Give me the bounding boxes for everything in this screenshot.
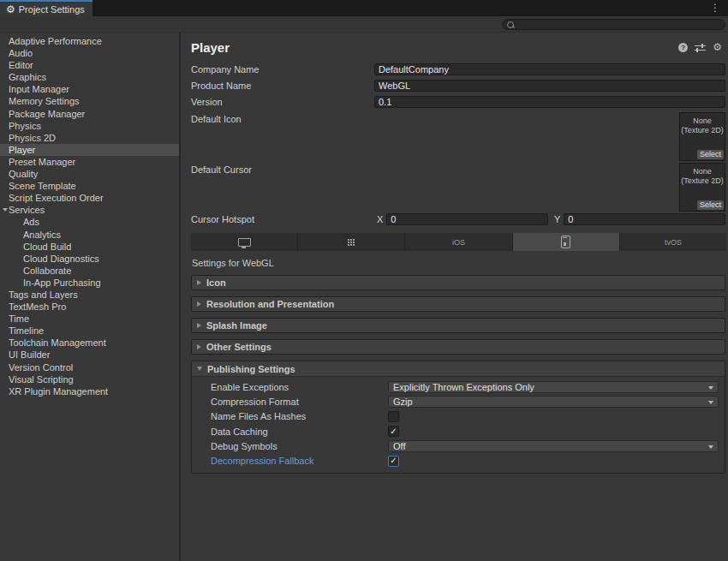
sidebar-item-player[interactable]: Player — [0, 144, 179, 156]
data-caching-checkbox[interactable]: ✓ — [388, 426, 399, 437]
sidebar-item-editor[interactable]: Editor — [0, 59, 179, 71]
window-tab-bar: ⚙ Project Settings ⋮ — [0, 0, 728, 16]
sidebar-item-label: Physics 2D — [9, 133, 56, 143]
platform-tab-ios[interactable]: iOS — [405, 233, 511, 251]
settings-category-list: Adaptive PerformanceAudioEditorGraphicsI… — [0, 33, 181, 561]
sidebar-item-services[interactable]: Services — [0, 204, 179, 216]
name-files-as-hashes-checkbox[interactable] — [388, 411, 399, 422]
preset-icon[interactable] — [695, 43, 706, 52]
sidebar-item-tags-and-layers[interactable]: Tags and Layers — [0, 289, 179, 301]
section-splash-image[interactable]: Splash Image — [191, 318, 725, 333]
field-row-version: Version — [191, 96, 725, 108]
platform-tab-label: tvOS — [665, 238, 682, 247]
tab-project-settings[interactable]: ⚙ Project Settings — [0, 0, 92, 16]
sidebar-item-label: Version Control — [9, 362, 73, 373]
setting-row-decompression-fallback: Decompression Fallback✓ — [192, 453, 719, 468]
enable-exceptions-dropdown[interactable]: Explicitly Thrown Exceptions Only — [388, 381, 719, 393]
setting-row-data-caching: Data Caching✓ — [192, 424, 719, 439]
checkmark-icon: ✓ — [390, 457, 397, 465]
debug-symbols-dropdown[interactable]: Off — [388, 440, 719, 452]
setting-row-debug-symbols: Debug SymbolsOff — [192, 439, 719, 453]
decompression-fallback-checkbox[interactable]: ✓ — [388, 456, 399, 467]
platform-tab-tvos[interactable]: tvOS — [620, 233, 726, 251]
sidebar-item-ui-builder[interactable]: UI Builder — [0, 349, 179, 361]
chevron-right-icon — [197, 280, 201, 285]
chevron-down-icon — [708, 445, 713, 449]
sidebar-item-cloud-diagnostics[interactable]: Cloud Diagnostics — [0, 253, 179, 265]
sidebar-item-label: Ads — [23, 217, 39, 227]
texture-value: None — [680, 167, 725, 176]
setting-label: Enable Exceptions — [192, 382, 388, 392]
field-label: Product Name — [191, 81, 374, 91]
toolbar — [0, 16, 728, 33]
section-publishing-settings[interactable]: Publishing Settings — [192, 361, 725, 377]
sidebar-item-visual-scripting[interactable]: Visual Scripting — [0, 373, 179, 385]
sidebar-item-label: Cloud Build — [23, 242, 71, 252]
gear-icon[interactable]: ⚙ — [713, 42, 722, 52]
product-name-field[interactable] — [374, 80, 725, 92]
platform-tab-uwp[interactable] — [298, 233, 404, 251]
sidebar-item-time[interactable]: Time — [0, 313, 179, 325]
sidebar-item-version-control[interactable]: Version Control — [0, 361, 179, 373]
sidebar-item-scene-template[interactable]: Scene Template — [0, 180, 179, 192]
kebab-menu-icon[interactable]: ⋮ — [710, 2, 720, 14]
sidebar-item-preset-manager[interactable]: Preset Manager — [0, 156, 179, 168]
sidebar-item-label: Tags and Layers — [9, 289, 78, 300]
section-label: Icon — [206, 278, 226, 288]
sidebar-item-xr-plugin-management[interactable]: XR Plugin Management — [0, 385, 179, 397]
sidebar-item-cloud-build[interactable]: Cloud Build — [0, 241, 179, 253]
sidebar-item-quality[interactable]: Quality — [0, 168, 179, 180]
publishing-settings-body: Enable ExceptionsExplicitly Thrown Excep… — [192, 377, 725, 473]
gear-icon: ⚙ — [6, 4, 15, 15]
settings-sections: IconResolution and PresentationSplash Im… — [191, 275, 725, 474]
sidebar-item-script-execution-order[interactable]: Script Execution Order — [0, 192, 179, 204]
default-cursor-picker[interactable]: None (Texture 2D) Select — [679, 163, 725, 212]
sidebar-item-audio[interactable]: Audio — [0, 47, 179, 59]
sidebar-item-graphics[interactable]: Graphics — [0, 71, 179, 83]
select-button[interactable]: Select — [697, 200, 724, 210]
field-label: Version — [191, 97, 374, 107]
help-icon[interactable]: ? — [678, 43, 688, 52]
search-input[interactable] — [502, 19, 725, 30]
hotspot-x-field[interactable] — [386, 213, 548, 225]
cursor-hotspot-row: Cursor Hotspot X Y — [191, 213, 725, 225]
sidebar-item-physics[interactable]: Physics — [0, 120, 179, 132]
section-label: Other Settings — [206, 342, 272, 352]
sidebar-item-textmesh-pro[interactable]: TextMesh Pro — [0, 301, 179, 313]
sidebar-item-timeline[interactable]: Timeline — [0, 325, 179, 337]
setting-label: Decompression Fallback — [192, 456, 388, 466]
sidebar-item-label: Adaptive Performance — [9, 36, 102, 46]
sidebar-item-toolchain-management[interactable]: Toolchain Management — [0, 337, 179, 349]
version-field[interactable] — [374, 96, 725, 108]
y-axis-label: Y — [554, 214, 560, 224]
compression-format-dropdown[interactable]: Gzip — [388, 396, 719, 408]
sidebar-item-analytics[interactable]: Analytics — [0, 229, 179, 241]
chevron-right-icon — [197, 323, 201, 328]
sidebar-item-adaptive-performance[interactable]: Adaptive Performance — [0, 35, 179, 47]
section-other-settings[interactable]: Other Settings — [191, 339, 725, 355]
sidebar-item-label: Collaborate — [23, 266, 71, 276]
platform-tab-webgl[interactable] — [513, 233, 619, 251]
hotspot-y-field[interactable] — [564, 213, 725, 225]
select-button[interactable]: Select — [697, 150, 724, 159]
sidebar-item-collaborate[interactable]: Collaborate — [0, 265, 179, 277]
chevron-down-icon — [708, 401, 713, 404]
section-icon[interactable]: Icon — [191, 275, 725, 290]
dropdown-value: Explicitly Thrown Exceptions Only — [393, 382, 534, 392]
platform-tab-standalone[interactable] — [191, 233, 297, 251]
chevron-right-icon — [197, 344, 201, 349]
company-name-field[interactable] — [374, 63, 725, 75]
sidebar-item-label: In-App Purchasing — [23, 278, 101, 288]
section-resolution-and-presentation[interactable]: Resolution and Presentation — [191, 296, 725, 312]
sidebar-item-physics-2d[interactable]: Physics 2D — [0, 132, 179, 144]
dropdown-value: Gzip — [393, 397, 413, 407]
default-icon-picker[interactable]: None (Texture 2D) Select — [679, 112, 725, 161]
panel-header: Player ? ⚙ — [181, 33, 728, 57]
sidebar-item-in-app-purchasing[interactable]: In-App Purchasing — [0, 277, 179, 289]
x-axis-label: X — [377, 214, 383, 224]
sidebar-item-input-manager[interactable]: Input Manager — [0, 83, 179, 95]
sidebar-item-ads[interactable]: Ads — [0, 216, 179, 228]
settings-for-label: Settings for WebGL — [192, 258, 728, 270]
sidebar-item-memory-settings[interactable]: Memory Settings — [0, 95, 179, 107]
sidebar-item-package-manager[interactable]: Package Manager — [0, 108, 179, 120]
